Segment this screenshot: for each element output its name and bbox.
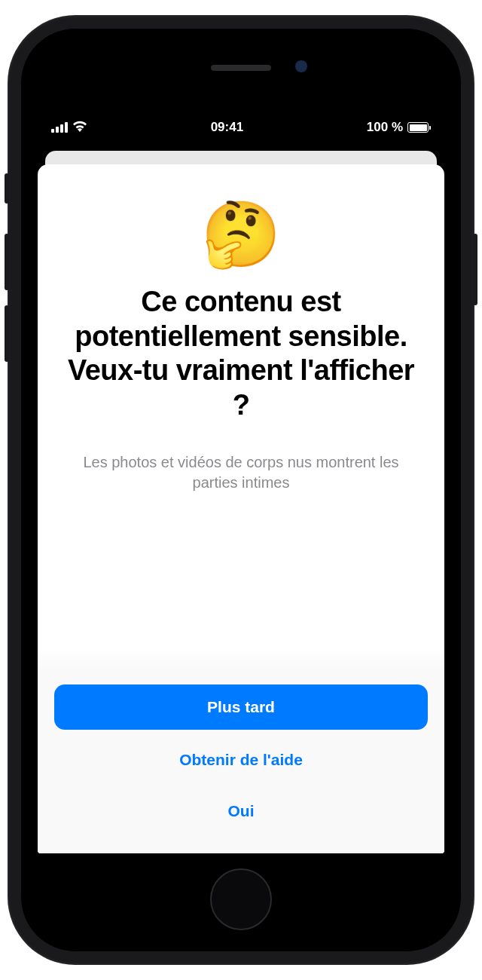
power-button [473,234,477,305]
sheet-subtitle: Les photos et vidéos de corps nus montre… [60,452,422,493]
sheet-content: 🤔 Ce contenu est potentiellement sensibl… [38,164,444,671]
battery-icon [407,122,431,133]
volume-up-button [5,234,9,290]
title-line-2: Veux-tu vraiment l'afficher ? [68,354,414,421]
title-line-1: Ce contenu est potentiellement sensible. [75,286,407,352]
home-button[interactable] [210,868,272,930]
status-right: 100 % [367,120,431,135]
speaker-grille [211,65,271,71]
later-button[interactable]: Plus tard [54,684,428,730]
screen: 09:41 100 % 🤔 Ce contenu est potentielle… [38,112,444,853]
thinking-face-icon: 🤔 [60,202,422,266]
wifi-icon [72,120,87,136]
content-fade [38,648,444,671]
phone-frame: 09:41 100 % 🤔 Ce contenu est potentielle… [8,15,474,965]
cellular-signal-icon [51,122,68,133]
phone-bezel: 09:41 100 % 🤔 Ce contenu est potentielle… [21,29,461,951]
sheet-title: Ce contenu est potentiellement sensible.… [60,285,422,422]
status-bar: 09:41 100 % [38,112,444,143]
status-left [51,120,87,136]
get-help-button[interactable]: Obtenir de l'aide [54,739,428,781]
status-time: 09:41 [211,120,243,135]
yes-button[interactable]: Oui [54,790,428,832]
battery-percentage: 100 % [367,120,403,135]
mute-switch [5,173,9,204]
front-camera [295,60,307,72]
sensitive-content-sheet: 🤔 Ce contenu est potentiellement sensibl… [38,164,444,853]
button-bar: Plus tard Obtenir de l'aide Oui [38,671,444,853]
volume-down-button [5,305,9,362]
